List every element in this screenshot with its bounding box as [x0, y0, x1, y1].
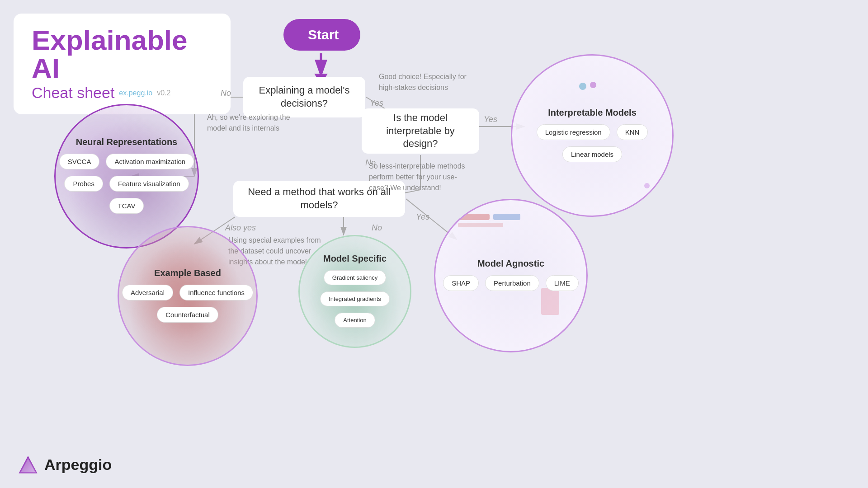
pill-shap: SHAP — [443, 275, 479, 291]
specific-title: Model Specific — [323, 253, 387, 264]
pill-probes: Probes — [64, 176, 103, 192]
interpretable-pills: Logistic regression KNN Linear models — [512, 122, 672, 164]
decision-interpretable: Is the model interpretable by design? — [362, 108, 479, 154]
decision-explaining: Explaining a model's decisions? — [243, 77, 365, 117]
label-yes3: Yes — [416, 212, 429, 222]
pill-perturbation: Perturbation — [485, 275, 539, 291]
pill-counterfactual: Counterfactual — [157, 307, 218, 323]
title-main: Explainable AI — [32, 26, 212, 82]
pill-gradient: Gradient saliency — [324, 270, 386, 285]
pill-feature-viz: Feature visualization — [109, 176, 189, 192]
title-link[interactable]: ex.pegg.io — [119, 89, 152, 97]
pill-linear: Linear models — [562, 146, 622, 162]
note-no1: Ah, so we're exploring the model and its… — [207, 112, 307, 134]
pill-tcav: TCAV — [109, 198, 144, 214]
pill-activation: Activation maximization — [106, 154, 194, 169]
label-yes1: Yes — [370, 99, 383, 108]
pill-logistic: Logistic regression — [537, 124, 610, 140]
note-yes1: Good choice! Especially for high-stakes … — [379, 71, 478, 93]
circle-specific: Model Specific Gradient saliency Integra… — [298, 235, 411, 348]
label-alsoyes: Also yes — [225, 223, 256, 233]
pill-svcca: SVCCA — [59, 154, 100, 169]
label-no3: No — [372, 223, 382, 233]
circle-agnostic: Model Agnostic SHAP Perturbation LIME — [434, 199, 588, 352]
note-no2: So less-interpretable methods perform be… — [369, 161, 468, 193]
neural-title: Neural Representations — [76, 137, 178, 147]
circle-example: Example Based Adversarial Influence func… — [118, 226, 258, 366]
logo-text: Arpeggio — [44, 456, 112, 474]
pill-adversarial: Adversarial — [122, 285, 173, 300]
pill-knn: KNN — [617, 124, 648, 140]
agnostic-pills: SHAP Perturbation LIME — [441, 273, 580, 293]
example-title: Example Based — [154, 268, 221, 278]
label-no1: No — [221, 89, 231, 98]
interpretable-title: Interpretable Models — [548, 108, 637, 118]
logo-icon — [18, 455, 38, 474]
circle-interpretable: Interpretable Models Logistic regression… — [511, 54, 674, 217]
pill-attention: Attention — [335, 313, 375, 328]
svg-marker-11 — [20, 457, 36, 473]
label-yes2: Yes — [484, 115, 497, 124]
pill-integrated: Integrated gradients — [320, 291, 390, 306]
logo: Arpeggio — [18, 455, 112, 474]
title-card: Explainable AI Cheat sheet ex.pegg.io v0… — [14, 14, 231, 114]
title-sub: Cheat sheet ex.pegg.io v0.2 — [32, 84, 212, 102]
neural-pills: SVCCA Activation maximization Probes Fea… — [56, 152, 198, 216]
start-button[interactable]: Start — [283, 19, 360, 51]
example-pills: Adversarial Influence functions Counterf… — [119, 283, 256, 324]
specific-pills: Gradient saliency Integrated gradients A… — [300, 268, 410, 329]
pill-lime: LIME — [546, 275, 579, 291]
pill-influence: Influence functions — [179, 285, 253, 300]
agnostic-title: Model Agnostic — [477, 258, 544, 269]
title-version: v0.2 — [157, 89, 170, 97]
